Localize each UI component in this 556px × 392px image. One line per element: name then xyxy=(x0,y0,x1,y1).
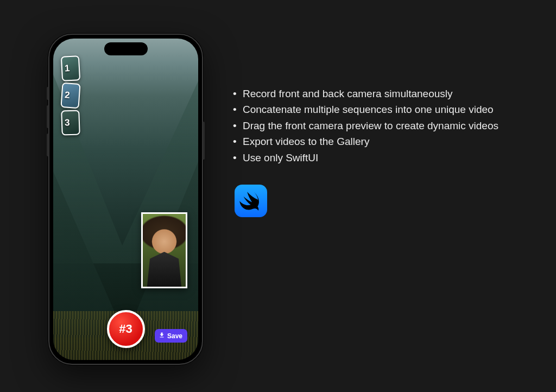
sequence-thumbnail-1[interactable]: 1 xyxy=(61,55,80,81)
feature-list: Record front and back camera simultaneou… xyxy=(231,86,535,166)
feature-item: Use only SwiftUI xyxy=(231,150,535,166)
sequence-thumbnail-2[interactable]: 2 xyxy=(60,83,80,109)
front-camera-preview[interactable] xyxy=(141,212,187,288)
save-button-label: Save xyxy=(167,332,182,340)
sequence-thumbnail-3[interactable]: 3 xyxy=(61,110,80,135)
download-icon xyxy=(159,332,165,340)
volume-up-button xyxy=(47,105,49,128)
power-button xyxy=(203,122,205,160)
sequence-thumbnails: 1 2 3 xyxy=(61,56,80,135)
silent-switch xyxy=(47,87,49,100)
swiftui-icon xyxy=(235,185,267,217)
phone-mockup: 1 2 3 #3 Save xyxy=(48,34,203,365)
feature-item: Concatenate multiple sequences into one … xyxy=(231,102,535,117)
feature-item: Record front and back camera simultaneou… xyxy=(231,86,535,102)
volume-down-button xyxy=(47,134,49,156)
feature-item: Drag the front camera preview to create … xyxy=(231,118,535,134)
record-button[interactable]: #3 xyxy=(107,310,145,348)
save-button[interactable]: Save xyxy=(155,329,187,343)
phone-screen: 1 2 3 #3 Save xyxy=(53,39,198,360)
feature-item: Export videos to the Gallery xyxy=(231,134,535,149)
